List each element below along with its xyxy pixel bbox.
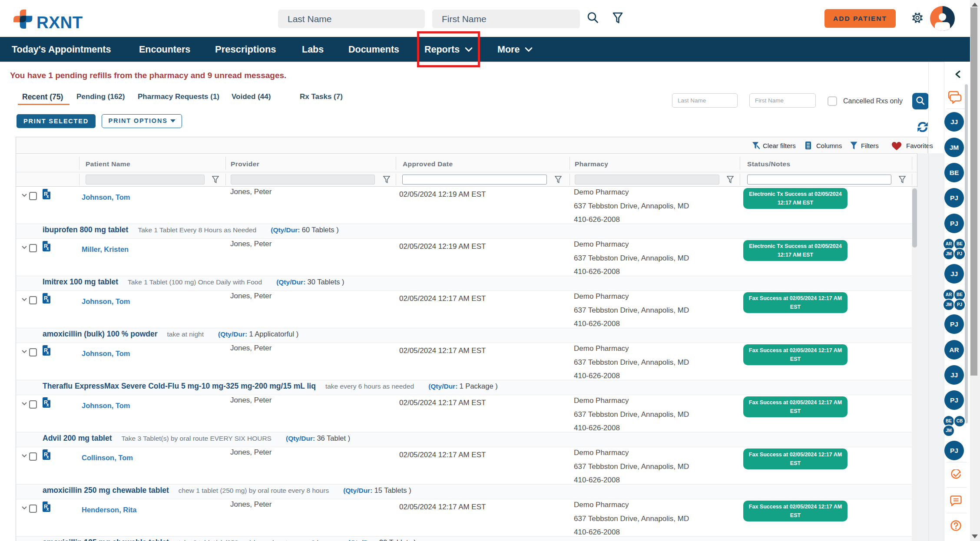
svg-text:x: x [46,507,49,511]
svg-text:RXNT: RXNT [36,13,83,29]
svg-text:x: x [46,298,49,303]
svg-text:x: x [46,455,49,459]
svg-text:x: x [46,246,49,251]
svg-text:x: x [46,402,49,407]
svg-text:x: x [46,350,49,355]
svg-text:x: x [46,194,49,199]
